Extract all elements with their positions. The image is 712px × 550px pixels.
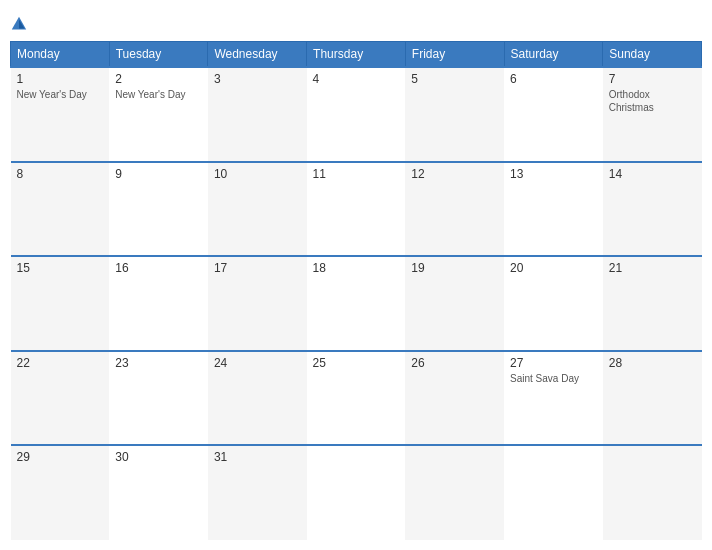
day-cell: 19 — [405, 256, 504, 351]
day-number: 8 — [17, 167, 104, 181]
col-header-sunday: Sunday — [603, 42, 702, 68]
day-cell: 15 — [11, 256, 110, 351]
day-cell: 28 — [603, 351, 702, 446]
holiday-label: Orthodox Christmas — [609, 88, 696, 114]
day-cell: 6 — [504, 67, 603, 162]
day-number: 10 — [214, 167, 301, 181]
day-cell: 1New Year's Day — [11, 67, 110, 162]
week-row-3: 15161718192021 — [11, 256, 702, 351]
day-cell: 12 — [405, 162, 504, 257]
day-number: 1 — [17, 72, 104, 86]
week-row-1: 1New Year's Day2New Year's Day34567Ortho… — [11, 67, 702, 162]
day-number: 25 — [313, 356, 400, 370]
day-cell: 30 — [109, 445, 208, 540]
day-cell: 2New Year's Day — [109, 67, 208, 162]
holiday-label: Saint Sava Day — [510, 372, 597, 385]
header — [10, 15, 702, 33]
day-cell: 10 — [208, 162, 307, 257]
week-row-4: 222324252627Saint Sava Day28 — [11, 351, 702, 446]
col-header-monday: Monday — [11, 42, 110, 68]
day-cell: 20 — [504, 256, 603, 351]
day-number: 5 — [411, 72, 498, 86]
day-number: 9 — [115, 167, 202, 181]
day-cell: 18 — [307, 256, 406, 351]
day-number: 20 — [510, 261, 597, 275]
day-number: 26 — [411, 356, 498, 370]
day-cell: 4 — [307, 67, 406, 162]
day-number: 2 — [115, 72, 202, 86]
day-number: 6 — [510, 72, 597, 86]
day-number: 13 — [510, 167, 597, 181]
day-cell: 26 — [405, 351, 504, 446]
day-number: 31 — [214, 450, 301, 464]
day-number: 30 — [115, 450, 202, 464]
day-number: 15 — [17, 261, 104, 275]
day-cell: 17 — [208, 256, 307, 351]
col-header-thursday: Thursday — [307, 42, 406, 68]
day-number: 12 — [411, 167, 498, 181]
day-cell — [405, 445, 504, 540]
day-cell: 16 — [109, 256, 208, 351]
day-number: 18 — [313, 261, 400, 275]
day-cell: 11 — [307, 162, 406, 257]
day-cell: 21 — [603, 256, 702, 351]
day-cell: 23 — [109, 351, 208, 446]
day-number: 22 — [17, 356, 104, 370]
day-cell: 27Saint Sava Day — [504, 351, 603, 446]
day-number: 4 — [313, 72, 400, 86]
day-cell: 9 — [109, 162, 208, 257]
day-cell: 22 — [11, 351, 110, 446]
day-cell: 5 — [405, 67, 504, 162]
day-number: 7 — [609, 72, 696, 86]
logo-icon — [10, 15, 28, 33]
day-cell: 3 — [208, 67, 307, 162]
day-cell — [603, 445, 702, 540]
day-number: 29 — [17, 450, 104, 464]
day-number: 19 — [411, 261, 498, 275]
calendar-header-row: MondayTuesdayWednesdayThursdayFridaySatu… — [11, 42, 702, 68]
holiday-label: New Year's Day — [115, 88, 202, 101]
holiday-label: New Year's Day — [17, 88, 104, 101]
day-number: 27 — [510, 356, 597, 370]
day-cell: 24 — [208, 351, 307, 446]
day-number: 14 — [609, 167, 696, 181]
day-cell — [504, 445, 603, 540]
day-cell: 7Orthodox Christmas — [603, 67, 702, 162]
day-number: 21 — [609, 261, 696, 275]
day-number: 24 — [214, 356, 301, 370]
day-cell: 31 — [208, 445, 307, 540]
col-header-saturday: Saturday — [504, 42, 603, 68]
logo — [10, 15, 30, 33]
col-header-wednesday: Wednesday — [208, 42, 307, 68]
day-number: 3 — [214, 72, 301, 86]
day-cell — [307, 445, 406, 540]
calendar-table: MondayTuesdayWednesdayThursdayFridaySatu… — [10, 41, 702, 540]
col-header-friday: Friday — [405, 42, 504, 68]
day-cell: 14 — [603, 162, 702, 257]
day-number: 16 — [115, 261, 202, 275]
day-cell: 25 — [307, 351, 406, 446]
day-number: 17 — [214, 261, 301, 275]
page: MondayTuesdayWednesdayThursdayFridaySatu… — [0, 0, 712, 550]
day-number: 28 — [609, 356, 696, 370]
day-cell: 13 — [504, 162, 603, 257]
day-number: 23 — [115, 356, 202, 370]
day-cell: 8 — [11, 162, 110, 257]
col-header-tuesday: Tuesday — [109, 42, 208, 68]
week-row-2: 891011121314 — [11, 162, 702, 257]
day-number: 11 — [313, 167, 400, 181]
day-cell: 29 — [11, 445, 110, 540]
week-row-5: 293031 — [11, 445, 702, 540]
